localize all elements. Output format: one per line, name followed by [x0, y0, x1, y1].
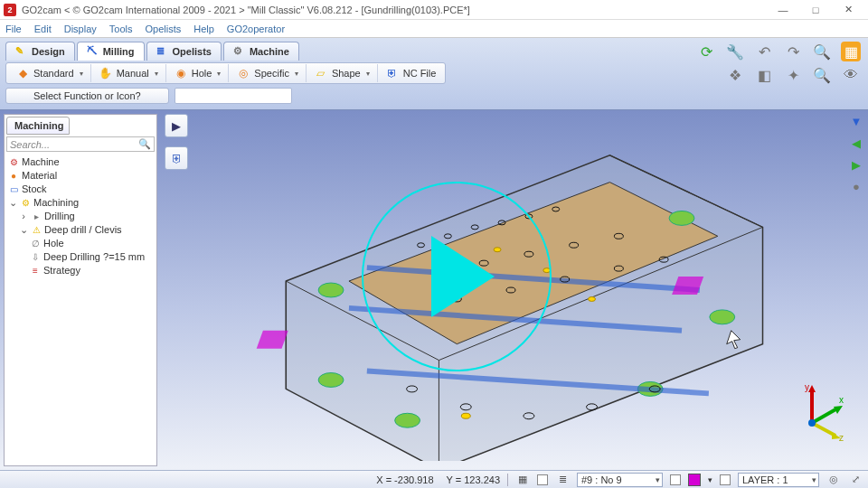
tree-item-drilling[interactable]: ›▸Drilling [8, 210, 153, 223]
search-icon: 🔍 [138, 138, 151, 150]
side-tab-machining[interactable]: Machining [6, 117, 70, 135]
pencil-icon: ✎ [15, 45, 28, 58]
target-icon[interactable]: ◎ [826, 473, 841, 487]
eraser-icon[interactable]: ◧ [754, 65, 774, 85]
search-input[interactable]: Search... 🔍 [6, 136, 155, 152]
machine-icon: ⚙ [233, 45, 246, 58]
svg-point-3 [318, 373, 344, 388]
menu-opelists[interactable]: Opelists [145, 23, 181, 34]
tree-item-deepdrilling[interactable]: ⇩Deep Drilling ?=15 mm [8, 250, 153, 264]
menu-edit[interactable]: Edit [34, 23, 52, 34]
material-icon: ● [8, 171, 19, 182]
menu-tools[interactable]: Tools [109, 23, 133, 34]
tab-milling[interactable]: ⛏ Milling [77, 42, 145, 61]
undo-icon[interactable]: ↶ [754, 42, 774, 61]
strategy-icon: ≡ [30, 266, 41, 277]
combo-object[interactable]: #9 : No 9 [577, 473, 663, 487]
combo-layer[interactable]: LAYER : 1 [738, 473, 819, 487]
tab-opelists[interactable]: ≣ Opelists [146, 42, 222, 61]
refresh-icon[interactable]: ⟳ [696, 42, 716, 61]
video-play-overlay[interactable] [362, 182, 552, 371]
menu-display[interactable]: Display [64, 23, 97, 34]
right-arrow-icon[interactable]: ▶ [847, 155, 865, 174]
play-small-button[interactable]: ▶ [165, 114, 188, 137]
shield-icon: ⛨ [385, 66, 400, 80]
checkbox-1[interactable] [537, 474, 548, 485]
minimize-button[interactable]: — [767, 0, 799, 20]
sub-shape[interactable]: ▱Shape▾ [307, 64, 378, 82]
chevron-down-icon: ▾ [155, 70, 158, 78]
zoom-icon[interactable]: 🔍 [812, 42, 832, 61]
axis-x-label: x [839, 395, 844, 405]
tree-item-machining[interactable]: ⌄⚙Machining [8, 196, 153, 210]
tree-item-strategy[interactable]: ≡Strategy [8, 264, 153, 277]
sub-toolbar: ◆Standard▾ ✋Manual▾ ◉Hole▾ ◎Specific▾ ▱S… [5, 62, 446, 84]
tree-item-machine[interactable]: ⚙Machine [8, 155, 153, 169]
sub-label: Standard [33, 68, 74, 79]
svg-point-6 [395, 413, 420, 427]
wrench-icon[interactable]: 🔧 [725, 42, 745, 61]
sub-hole[interactable]: ◉Hole▾ [166, 64, 230, 82]
search-placeholder: Search... [10, 139, 50, 150]
sub-standard[interactable]: ◆Standard▾ [8, 64, 91, 82]
tab-design[interactable]: ✎ Design [5, 42, 75, 61]
chevron-down-icon: ▾ [366, 70, 370, 78]
hole-icon: ◉ [174, 66, 188, 80]
folder-icon: ▸ [31, 211, 42, 222]
svg-point-37 [589, 296, 596, 301]
zoom2-icon[interactable]: 🔍 [812, 65, 832, 85]
highlight-icon[interactable]: ✦ [783, 65, 803, 85]
sub-manual[interactable]: ✋Manual▾ [91, 64, 166, 82]
checkbox-3[interactable] [720, 474, 731, 485]
shield-button[interactable]: ⛨ [165, 146, 188, 170]
statusbar: X = -230.918 Y = 123.243 ▦ ≣ #9 : No 9 ▾… [0, 470, 868, 488]
left-arrow-icon[interactable]: ◀ [847, 134, 865, 152]
svg-marker-40 [808, 385, 816, 392]
tree-item-stock[interactable]: ▭Stock [8, 183, 153, 196]
close-button[interactable]: ✕ [832, 0, 864, 20]
menu-file[interactable]: File [5, 23, 22, 34]
maximize-button[interactable]: □ [799, 0, 832, 20]
drill-icon: ⇩ [30, 252, 41, 263]
warning-icon: ⚠ [31, 225, 42, 236]
box-icon[interactable]: ▦ [841, 42, 861, 61]
play-icon [431, 236, 495, 317]
tab-machine[interactable]: ⚙ Machine [223, 42, 299, 61]
axis-gizmo[interactable]: y x z [787, 380, 850, 443]
separator [507, 474, 508, 486]
prompt-input[interactable] [175, 88, 292, 104]
sub-label: Specific [254, 68, 289, 79]
specific-icon: ◎ [236, 66, 250, 80]
expander-icon[interactable]: ⌄ [19, 223, 28, 237]
expander-icon[interactable]: › [19, 210, 28, 223]
tab-label: Opelists [173, 46, 212, 57]
expander-icon[interactable]: ⌄ [8, 196, 17, 210]
filter-icon[interactable]: ▼ [847, 112, 865, 130]
eye-icon[interactable]: 👁 [841, 65, 861, 85]
side-panel: Machining Search... 🔍 ⚙Machine ●Material… [4, 114, 157, 466]
svg-point-4 [669, 211, 694, 225]
tree-item-hole[interactable]: ∅Hole [8, 237, 153, 250]
window-title: GO2cam < © GO2cam International 2009 - 2… [22, 5, 767, 15]
standard-icon: ◆ [15, 66, 30, 80]
chevron-down-icon[interactable]: ▾ [708, 475, 712, 484]
menu-go2operator[interactable]: GO2operator [227, 23, 285, 34]
expand-icon[interactable]: ⤢ [848, 473, 863, 487]
tree-item-deepdrill[interactable]: ⌄⚠Deep drill / Clevis [8, 223, 153, 237]
hole-icon: ∅ [30, 239, 41, 249]
ghost-icon[interactable]: ❖ [725, 65, 745, 85]
sub-ncfile[interactable]: ⛨NC File [378, 64, 444, 82]
menu-help[interactable]: Help [193, 23, 214, 34]
color-swatch[interactable] [688, 474, 701, 486]
checkbox-2[interactable] [670, 474, 681, 485]
redo-icon[interactable]: ↷ [783, 42, 803, 61]
sphere-icon[interactable]: ● [847, 177, 865, 195]
grid-icon[interactable]: ▦ [515, 473, 530, 487]
layers-icon[interactable]: ≣ [555, 473, 570, 487]
svg-line-41 [812, 408, 837, 423]
shape-icon: ▱ [314, 66, 328, 80]
axis-z-label: z [839, 433, 844, 443]
sub-specific[interactable]: ◎Specific▾ [229, 64, 307, 82]
tree-item-material[interactable]: ●Material [8, 169, 153, 183]
chevron-down-icon: ▾ [295, 70, 298, 78]
